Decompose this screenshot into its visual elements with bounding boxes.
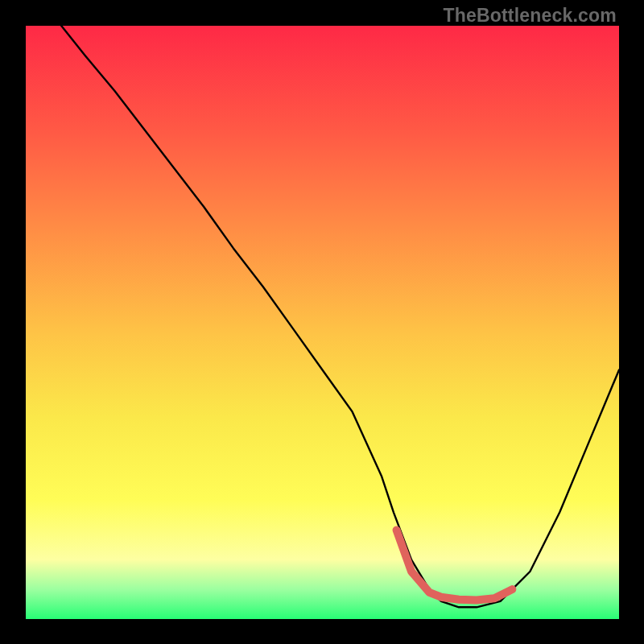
watermark-text: TheBottleneck.com bbox=[443, 5, 617, 27]
plot-area bbox=[26, 26, 619, 619]
main-curve bbox=[61, 26, 619, 607]
chart-svg bbox=[26, 26, 619, 619]
chart-frame: TheBottleneck.com bbox=[0, 0, 644, 644]
